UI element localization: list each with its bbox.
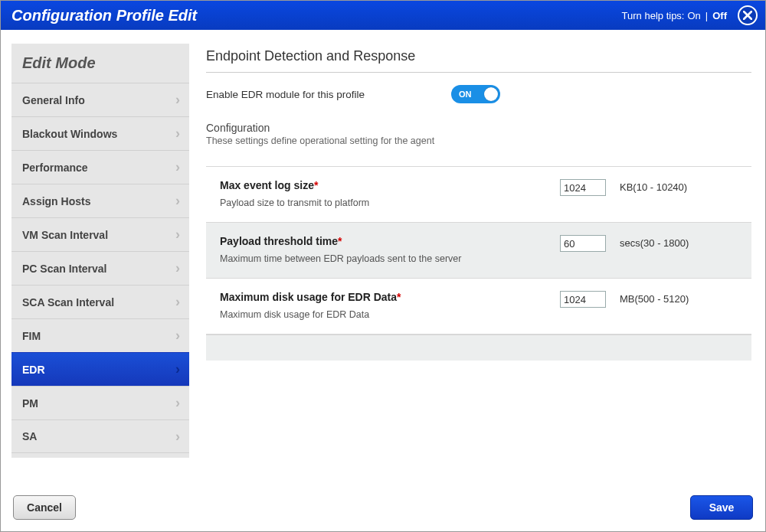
config-row-desc: Payload size to transmit to platform <box>220 197 560 208</box>
config-row: Maximum disk usage for EDR Data*Maximum … <box>206 278 751 335</box>
titlebar: Configuration Profile Edit Turn help tip… <box>1 1 765 30</box>
main-panel: Endpoint Detection and Response Enable E… <box>206 44 755 484</box>
window-title: Configuration Profile Edit <box>11 7 197 24</box>
sidebar-item-label: General Info <box>22 94 85 106</box>
config-row-unit: secs(30 - 1800) <box>612 235 735 249</box>
required-indicator: * <box>338 235 342 247</box>
config-row-unit: MB(500 - 5120) <box>612 291 735 305</box>
chevron-right-icon: › <box>175 92 180 108</box>
sidebar-item-label: FIM <box>22 330 41 342</box>
chevron-right-icon: › <box>175 260 180 276</box>
chevron-right-icon: › <box>175 328 180 344</box>
sidebar-item-label: Assign Hosts <box>22 195 90 207</box>
chevron-right-icon: › <box>175 159 180 175</box>
required-indicator: * <box>397 291 401 303</box>
config-row-desc: Maximum time between EDR payloads sent t… <box>220 253 560 264</box>
config-row: Max event log size*Payload size to trans… <box>206 166 751 222</box>
chevron-right-icon: › <box>175 429 180 445</box>
required-indicator: * <box>314 179 318 191</box>
sidebar-item-label: VM Scan Interval <box>22 229 108 241</box>
enable-edr-toggle[interactable]: ON <box>451 85 500 103</box>
sidebar-item-sa[interactable]: SA› <box>11 419 189 453</box>
sidebar: Edit Mode General Info›Blackout Windows›… <box>11 44 189 458</box>
enable-edr-label: Enable EDR module for this profile <box>206 89 451 100</box>
config-row-input[interactable] <box>560 179 606 196</box>
help-tips-on[interactable]: On <box>687 10 700 21</box>
chevron-right-icon: › <box>175 193 180 209</box>
chevron-right-icon: › <box>175 294 180 310</box>
sidebar-item-label: PC Scan Interval <box>22 263 107 275</box>
sidebar-item-blackout-windows[interactable]: Blackout Windows› <box>11 116 189 150</box>
sidebar-item-label: EDR <box>22 364 45 376</box>
close-icon <box>743 11 752 20</box>
config-tail <box>206 335 751 361</box>
sidebar-item-pc-scan-interval[interactable]: PC Scan Interval› <box>11 251 189 285</box>
config-row-label: Max event log size* <box>220 179 560 191</box>
sidebar-item-label: SCA Scan Interval <box>22 296 114 308</box>
config-row: Payload threshold time*Maximum time betw… <box>206 222 751 278</box>
footer: Cancel Save <box>1 484 765 531</box>
page-heading: Endpoint Detection and Response <box>206 48 751 64</box>
config-table: Max event log size*Payload size to trans… <box>206 166 751 335</box>
chevron-right-icon: › <box>175 361 180 377</box>
config-row-label: Maximum disk usage for EDR Data* <box>220 291 560 303</box>
toggle-knob <box>484 87 498 101</box>
chevron-right-icon: › <box>175 227 180 243</box>
help-tips-label: Turn help tips: <box>622 10 685 21</box>
sidebar-item-pm[interactable]: PM› <box>11 386 189 419</box>
config-section-desc: These settings define operational settin… <box>206 135 751 146</box>
config-row-unit: KB(10 - 10240) <box>612 179 735 193</box>
cancel-button[interactable]: Cancel <box>13 495 76 520</box>
config-profile-window: Configuration Profile Edit Turn help tip… <box>0 0 766 532</box>
config-row-label: Payload threshold time* <box>220 235 560 247</box>
chevron-right-icon: › <box>175 395 180 411</box>
sidebar-item-edr[interactable]: EDR› <box>11 352 189 386</box>
config-row-input[interactable] <box>560 291 606 308</box>
sidebar-title: Edit Mode <box>11 44 189 83</box>
sidebar-item-performance[interactable]: Performance› <box>11 150 189 184</box>
sidebar-item-label: Blackout Windows <box>22 128 117 140</box>
sidebar-item-general-info[interactable]: General Info› <box>11 83 189 116</box>
help-tips: Turn help tips: On | Off <box>622 10 727 21</box>
heading-divider <box>206 72 751 73</box>
chevron-right-icon: › <box>175 126 180 142</box>
config-row-desc: Maximum disk usage for EDR Data <box>220 309 560 320</box>
close-button[interactable] <box>738 5 758 25</box>
sidebar-item-label: SA <box>22 430 37 442</box>
sidebar-item-assign-hosts[interactable]: Assign Hosts› <box>11 184 189 217</box>
config-row-input[interactable] <box>560 235 606 252</box>
sidebar-item-label: Performance <box>22 162 88 174</box>
save-button[interactable]: Save <box>690 495 753 520</box>
sidebar-item-vm-scan-interval[interactable]: VM Scan Interval› <box>11 217 189 251</box>
sidebar-item-label: PM <box>22 397 38 410</box>
sidebar-item-fim[interactable]: FIM› <box>11 318 189 352</box>
config-section-title: Configuration <box>206 122 751 134</box>
help-tips-off[interactable]: Off <box>712 10 727 21</box>
toggle-text: ON <box>459 90 472 99</box>
sidebar-item-sca-scan-interval[interactable]: SCA Scan Interval› <box>11 285 189 318</box>
